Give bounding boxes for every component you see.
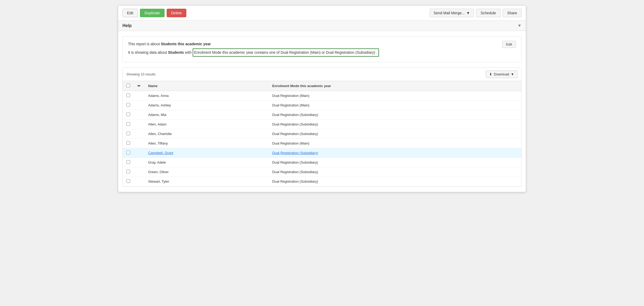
row-enrolment-cell: Dual Registration (Main) [268, 91, 521, 101]
row-checkbox-cell [123, 91, 134, 101]
description-card: This report is about Students this acade… [122, 36, 522, 62]
line2-bold: Students [168, 50, 184, 55]
row-pencil-cell [134, 158, 144, 167]
help-title: Help [122, 23, 132, 28]
results-header: Showing 10 results ⬇ Download ▼ [123, 68, 521, 81]
row-enrolment-cell: Dual Registration (Subsidiary) [268, 129, 521, 139]
row-name-cell: Allen, Adam [144, 120, 268, 129]
row-name-cell: Allen, Charlotte [144, 129, 268, 139]
row-checkbox[interactable] [126, 151, 130, 154]
row-checkbox[interactable] [126, 132, 130, 135]
row-enrolment-cell: Dual Registration (Subsidiary) [268, 167, 521, 177]
row-enrolment-cell: Dual Registration (Subsidiary) [268, 158, 521, 167]
edit-button[interactable]: Edit [122, 9, 138, 17]
line2-suffix: with [184, 50, 192, 55]
table-row: Allen, AdamDual Registration (Subsidiary… [123, 120, 521, 129]
row-name-cell[interactable]: Campbell, Grant [144, 148, 268, 158]
description-text: This report is about Students this acade… [128, 41, 379, 58]
table-row: Adams, AnnaDual Registration (Main) [123, 91, 521, 101]
row-checkbox[interactable] [126, 170, 130, 173]
table-row: Adams, AshleyDual Registration (Main) [123, 101, 521, 110]
delete-button[interactable]: Delete [167, 9, 186, 17]
row-checkbox-cell [123, 177, 134, 186]
row-enrolment-cell: Dual Registration (Main) [268, 139, 521, 148]
download-chevron-icon: ▼ [511, 72, 514, 76]
table-row: Campbell, GrantDual Registration (Subsid… [123, 148, 521, 158]
share-button[interactable]: Share [503, 9, 522, 17]
download-button[interactable]: ⬇ Download ▼ [486, 70, 518, 78]
line2-prefix: It is showing data about [128, 50, 168, 55]
row-checkbox-cell [123, 110, 134, 120]
row-checkbox[interactable] [126, 141, 130, 145]
page-wrapper: Edit Duplicate Delete Send Mail Merge...… [118, 5, 526, 192]
line1-prefix: This report is about [128, 42, 161, 46]
row-checkbox-cell [123, 139, 134, 148]
toolbar-right: Send Mail Merge... ▼ Schedule Share [430, 9, 522, 17]
col-header-checkbox [123, 81, 134, 91]
row-checkbox-cell [123, 167, 134, 177]
row-name-cell: Adams, Anna [144, 91, 268, 101]
description-edit-button[interactable]: Edit [502, 41, 516, 48]
col-header-enrolment: Enrolment Mode this academic year [268, 81, 521, 91]
pencil-header-icon: ✏ [138, 84, 140, 88]
row-enrolment-cell: Dual Registration (Subsidiary) [268, 110, 521, 120]
description-line1: This report is about Students this acade… [128, 41, 379, 47]
row-name-cell: Adams, Mia [144, 110, 268, 120]
row-checkbox-cell [123, 158, 134, 167]
row-name-cell: Allen, Tiffany [144, 139, 268, 148]
row-checkbox-cell [123, 120, 134, 129]
row-checkbox[interactable] [126, 112, 130, 116]
row-enrolment-cell: Dual Registration (Subsidiary) [268, 177, 521, 186]
col-header-name: Name [144, 81, 268, 91]
row-checkbox[interactable] [126, 160, 130, 164]
row-pencil-cell [134, 129, 144, 139]
schedule-button[interactable]: Schedule [476, 9, 500, 17]
results-section: Showing 10 results ⬇ Download ▼ ✏ Name E… [122, 68, 522, 187]
line1-bold: Students this academic year [161, 42, 211, 46]
row-checkbox[interactable] [126, 103, 130, 107]
duplicate-button[interactable]: Duplicate [140, 9, 164, 17]
toolbar: Edit Duplicate Delete Send Mail Merge...… [118, 6, 526, 21]
row-enrolment-cell: Dual Registration (Subsidiary) [268, 120, 521, 129]
table-row: Adams, MiaDual Registration (Subsidiary) [123, 110, 521, 120]
dropdown-arrow-icon: ▼ [466, 11, 470, 15]
table-row: Green, OliverDual Registration (Subsidia… [123, 167, 521, 177]
download-label: Download [494, 72, 509, 76]
description-line2: It is showing data about Students with E… [128, 48, 379, 57]
send-mail-merge-button[interactable]: Send Mail Merge... ▼ [430, 9, 474, 17]
row-checkbox-cell [123, 129, 134, 139]
row-checkbox[interactable] [126, 122, 130, 126]
select-all-checkbox[interactable] [126, 84, 130, 87]
help-chevron-icon: ▼ [517, 23, 522, 28]
help-section[interactable]: Help ▼ [118, 21, 526, 31]
results-count: Showing 10 results [126, 72, 156, 76]
row-pencil-cell [134, 91, 144, 101]
results-table: ✏ Name Enrolment Mode this academic year… [123, 81, 521, 186]
row-name-cell: Green, Oliver [144, 167, 268, 177]
row-name-cell: Gray, Adele [144, 158, 268, 167]
row-pencil-cell [134, 177, 144, 186]
col-header-pencil: ✏ [134, 81, 144, 91]
download-icon: ⬇ [489, 72, 492, 76]
row-pencil-cell [134, 110, 144, 120]
table-body: Adams, AnnaDual Registration (Main)Adams… [123, 91, 521, 186]
row-checkbox-cell [123, 101, 134, 110]
row-pencil-cell [134, 101, 144, 110]
row-pencil-cell [134, 139, 144, 148]
row-checkbox-cell [123, 148, 134, 158]
row-enrolment-cell: Dual Registration (Main) [268, 101, 521, 110]
row-pencil-cell [134, 167, 144, 177]
row-pencil-cell [134, 120, 144, 129]
row-checkbox[interactable] [126, 93, 130, 97]
row-enrolment-cell[interactable]: Dual Registration (Subsidiary) [268, 148, 521, 158]
table-row: Allen, CharlotteDual Registration (Subsi… [123, 129, 521, 139]
table-row: Allen, TiffanyDual Registration (Main) [123, 139, 521, 148]
row-name-cell: Adams, Ashley [144, 101, 268, 110]
row-name-cell: Stewart, Tyler [144, 177, 268, 186]
row-checkbox[interactable] [126, 179, 130, 183]
send-mail-merge-label: Send Mail Merge... [434, 11, 465, 15]
table-row: Gray, AdeleDual Registration (Subsidiary… [123, 158, 521, 167]
table-row: Stewart, TylerDual Registration (Subsidi… [123, 177, 521, 186]
table-header-row: ✏ Name Enrolment Mode this academic year [123, 81, 521, 91]
row-pencil-cell [134, 148, 144, 158]
